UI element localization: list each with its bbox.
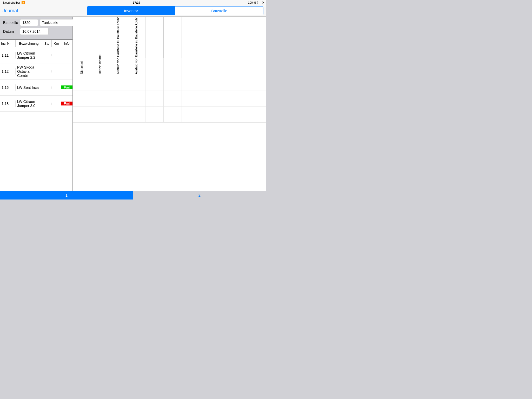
cell-info: Frei — [61, 102, 72, 105]
bottom-tab-bar: 1 2 — [0, 191, 266, 200]
battery-icon — [257, 1, 263, 4]
right-cell — [145, 58, 164, 74]
cell-bezeichnung: LW Citroen Jumper 3.0 — [16, 98, 42, 109]
form-area: Baustelle Datum — [0, 17, 72, 39]
battery-percent: 100 % — [248, 1, 256, 4]
cell-inv-nr: 1.12 — [0, 68, 16, 75]
right-cell — [182, 74, 200, 90]
right-cell — [127, 107, 145, 122]
table-row[interactable]: 1.18 LW Citroen Jumper 3.0 Frei — [0, 96, 72, 112]
bottom-tab-2[interactable]: 2 — [133, 191, 266, 200]
right-cell — [200, 74, 218, 90]
nav-bar: Journal Inventar Baustelle — [0, 5, 266, 17]
info-badge: Frei — [61, 102, 72, 105]
right-cell — [145, 107, 164, 122]
cell-info: Frei — [61, 85, 72, 89]
nav-tabs: Inventar Baustelle — [18, 6, 263, 15]
left-panel: Baustelle Datum Inv. Nr. Bezeichnung Std… — [0, 17, 73, 191]
col-header-km: Km — [52, 40, 61, 47]
main-content: Baustelle Datum Inv. Nr. Bezeichnung Std… — [0, 17, 266, 191]
left-table-header: Inv. Nr. Bezeichnung Std Km Info — [0, 39, 72, 47]
right-row — [73, 74, 266, 90]
carrier-label: Netzbetreiber — [3, 1, 20, 4]
tab-baustelle[interactable]: Baustelle — [175, 6, 263, 15]
cell-inv-nr: 1.11 — [0, 52, 16, 58]
right-cell — [109, 107, 127, 122]
cell-inv-nr: 1.18 — [0, 101, 16, 107]
right-cell-extra — [218, 90, 266, 106]
cell-std — [42, 70, 52, 72]
right-cell — [164, 90, 182, 106]
right-cell — [164, 74, 182, 90]
right-cell — [73, 90, 91, 106]
col-header-inv-nr: Inv. Nr. — [0, 40, 16, 47]
journal-title: Journal — [3, 8, 18, 14]
col-header-info: Info — [61, 40, 72, 47]
right-cell — [109, 74, 127, 90]
right-cell — [127, 90, 145, 106]
baustelle-row: Baustelle — [3, 19, 69, 26]
right-cell-extra — [218, 74, 266, 90]
cell-km — [52, 87, 61, 89]
right-cell — [91, 90, 109, 106]
baustelle-label: Baustelle — [3, 21, 20, 25]
right-row — [73, 107, 266, 123]
right-cell — [145, 90, 164, 106]
status-left: Netzbetreiber 📶 — [3, 1, 25, 4]
cell-std — [42, 87, 52, 89]
cell-bezeichnung: LW Seat Inca — [16, 84, 42, 91]
right-panel: Dieseloel Benzin bleifrei Aushub von Bau… — [73, 17, 266, 191]
right-cell — [73, 107, 91, 122]
right-cell-extra — [218, 58, 266, 74]
datum-row: Datum — [3, 28, 69, 35]
right-cell — [164, 58, 182, 74]
right-cell — [109, 90, 127, 106]
datum-label: Datum — [3, 29, 20, 34]
right-cell — [91, 107, 109, 122]
cell-km — [52, 54, 61, 56]
status-time: 17:19 — [133, 1, 140, 4]
cell-bezeichnung: PW Skoda Octavia Combi — [16, 64, 42, 79]
col-header-std: Std — [42, 40, 52, 47]
right-cell — [182, 107, 200, 122]
right-cell — [164, 107, 182, 122]
right-cell — [182, 58, 200, 74]
info-badge: Frei — [61, 85, 72, 89]
status-right: 100 % — [248, 1, 263, 4]
right-body — [73, 58, 266, 191]
cell-km — [52, 70, 61, 72]
right-cell — [145, 74, 164, 90]
cell-inv-nr: 1.16 — [0, 84, 16, 91]
table-row[interactable]: 1.16 LW Seat Inca Frei — [0, 79, 72, 96]
bottom-tab-1[interactable]: 1 — [0, 191, 133, 200]
status-bar: Netzbetreiber 📶 17:19 100 % — [0, 0, 266, 5]
right-cell — [200, 58, 218, 74]
right-cell — [73, 74, 91, 90]
left-table-body: 1.11 LW Citroen Jumper 2.2 1.12 PW Skoda… — [0, 47, 72, 191]
baustelle-nr-input[interactable] — [20, 19, 38, 26]
col-header-bezeichnung: Bezeichnung — [16, 40, 42, 47]
cell-km — [52, 103, 61, 105]
right-cell — [91, 74, 109, 90]
table-row[interactable]: 1.12 PW Skoda Octavia Combi — [0, 63, 72, 79]
right-cell-extra — [218, 107, 266, 122]
right-cell — [182, 90, 200, 106]
right-cell — [127, 74, 145, 90]
right-cell — [200, 90, 218, 106]
right-row — [73, 90, 266, 107]
datum-input[interactable] — [20, 28, 49, 35]
wifi-icon: 📶 — [21, 1, 25, 4]
tab-inventar[interactable]: Inventar — [87, 6, 175, 15]
cell-std — [42, 54, 52, 56]
cell-std — [42, 103, 52, 105]
cell-bezeichnung: LW Citroen Jumper 2.2 — [16, 50, 42, 61]
table-row[interactable]: 1.11 LW Citroen Jumper 2.2 — [0, 47, 72, 63]
right-cell — [200, 107, 218, 122]
